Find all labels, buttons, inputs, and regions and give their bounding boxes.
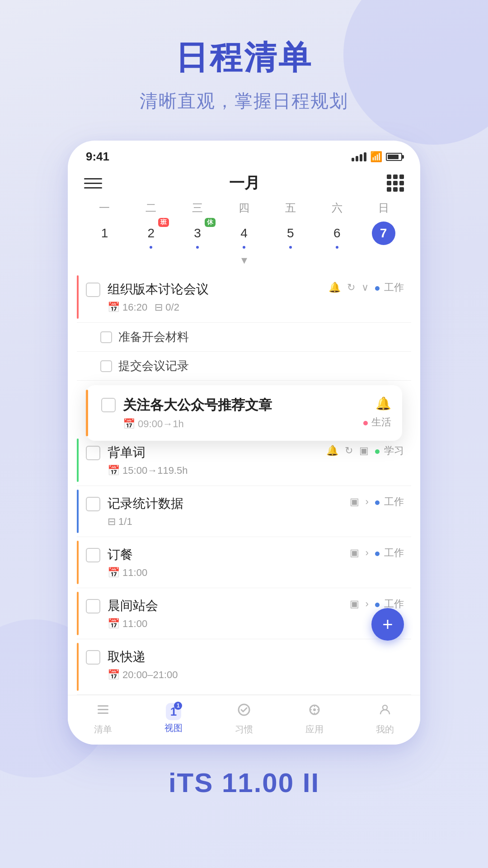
task-meta-7: 📅 20:00–21:00 [108, 669, 404, 681]
task-border-4 [77, 490, 79, 533]
task-content-5: 订餐 📅 11:00 [108, 546, 345, 579]
repeat-icon-1[interactable]: ↻ [347, 282, 355, 293]
floating-card-spacer: 关注各大公众号推荐文章 📅 09:00→1h 🔔 生活 [77, 381, 411, 435]
floating-card[interactable]: 关注各大公众号推荐文章 📅 09:00→1h 🔔 生活 [86, 385, 402, 441]
svg-point-10 [383, 705, 387, 710]
floating-bell-icon[interactable]: 🔔 [375, 396, 391, 411]
calendar-day-6[interactable]: 6 [314, 219, 360, 251]
tag-dot-1 [375, 286, 380, 291]
floating-tag-label: 生活 [371, 416, 391, 428]
nav-label-list: 清单 [94, 723, 112, 736]
floating-card-side: 🔔 生活 [363, 396, 391, 429]
task-item-1[interactable]: 组织版本讨论会议 📅 16:20 ⊟ 0/2 🔔 ↻ ∨ 工作 [77, 272, 411, 323]
task-checkbox-7[interactable] [86, 650, 100, 665]
alarm-icon-3[interactable]: 🔔 [326, 445, 338, 457]
task-actions-3: 🔔 ↻ ▣ 学习 [326, 444, 404, 458]
subtask-checkbox-1[interactable] [100, 331, 112, 343]
task-title-6: 晨间站会 [108, 597, 345, 614]
tag-dot-4 [375, 500, 380, 505]
calendar-day-4[interactable]: 4 [221, 219, 267, 251]
task-title-1: 组织版本讨论会议 [108, 281, 324, 298]
nav-item-apps[interactable]: 应用 [279, 703, 350, 736]
task-content-3: 背单词 📅 15:00→119.5h [108, 444, 322, 476]
arrow-icon-6[interactable]: › [366, 598, 369, 610]
floating-card-content: 关注各大公众号推荐文章 📅 09:00→1h [123, 396, 363, 430]
tag-dot-5 [375, 552, 380, 556]
calendar-day-5[interactable]: 5 [267, 219, 314, 251]
task-checkbox-6[interactable] [86, 599, 100, 613]
floating-card-checkbox[interactable] [101, 398, 116, 412]
note-icon-5[interactable]: ▣ [350, 547, 359, 559]
task-item-4[interactable]: 记录统计数据 ⊟ 1/1 ▣ › 工作 [77, 486, 411, 537]
task-actions-4: ▣ › 工作 [350, 495, 404, 509]
calendar-day-2[interactable]: 2 班 [128, 219, 174, 251]
menu-button[interactable] [84, 178, 102, 189]
nav-label-mine: 我的 [376, 723, 394, 736]
mine-icon [378, 703, 392, 721]
task-content-7: 取快递 📅 20:00–21:00 [108, 648, 404, 681]
task-actions-5: ▣ › 工作 [350, 546, 404, 560]
task-content-1: 组织版本讨论会议 📅 16:20 ⊟ 0/2 [108, 281, 324, 313]
task-meta-4: ⊟ 1/1 [108, 516, 345, 528]
note-icon-3[interactable]: ▣ [359, 445, 369, 457]
task-list: 组织版本讨论会议 📅 16:20 ⊟ 0/2 🔔 ↻ ∨ 工作 准备开会材料 [68, 272, 420, 695]
repeat-icon-3[interactable]: ↻ [345, 445, 353, 457]
view-icon: 1 1 [166, 703, 181, 719]
list-icon [96, 703, 110, 721]
tag-label-3: 学习 [384, 445, 404, 456]
calendar: 一 二 三 四 五 六 日 1 2 班 3 休 [68, 201, 420, 272]
task-actions-6: ▣ › 工作 [350, 597, 404, 611]
view-toggle-button[interactable] [387, 175, 404, 192]
task-checkbox-1[interactable] [86, 283, 100, 297]
note-icon-6[interactable]: ▣ [350, 598, 359, 610]
subtask-item-2[interactable]: 提交会议记录 [77, 352, 411, 381]
wifi-icon: 📶 [370, 151, 382, 163]
arrow-icon-5[interactable]: › [366, 547, 369, 559]
task-item-5[interactable]: 订餐 📅 11:00 ▣ › 工作 [77, 537, 411, 588]
promo-text: iTS 11.00 II [0, 767, 488, 816]
nav-item-habit[interactable]: 习惯 [209, 703, 279, 736]
nav-item-mine[interactable]: 我的 [350, 703, 420, 736]
nav-item-list[interactable]: 清单 [68, 703, 138, 736]
subtask-title-1: 准备开会材料 [118, 329, 189, 345]
nav-label-habit: 习惯 [235, 723, 253, 736]
calendar-expand-button[interactable]: ▾ [81, 253, 407, 267]
app-header: 一月 [68, 168, 420, 201]
calendar-day-3[interactable]: 3 休 [174, 219, 221, 251]
tag-dot-6 [375, 603, 380, 607]
tag-label-1: 工作 [384, 282, 404, 293]
nav-label-apps: 应用 [305, 723, 324, 736]
calendar-day-1[interactable]: 1 [81, 219, 128, 251]
calendar-days-row: 1 2 班 3 休 4 5 [81, 219, 407, 251]
svg-point-5 [313, 708, 316, 711]
subtask-checkbox-2[interactable] [100, 360, 112, 372]
battery-icon [386, 153, 402, 161]
tag-label-5: 工作 [384, 547, 404, 558]
subtask-item-1[interactable]: 准备开会材料 [77, 323, 411, 352]
task-border-1 [77, 275, 79, 319]
add-task-button[interactable]: + [371, 608, 404, 641]
note-icon-4[interactable]: ▣ [350, 496, 359, 508]
phone-mockup: 9:41 📶 一月 一 二 三 [68, 141, 420, 745]
time-display: 9:41 [86, 150, 109, 164]
bottom-nav: 清单 1 1 视图 习惯 [68, 695, 420, 745]
task-item-7[interactable]: 取快递 📅 20:00–21:00 [77, 639, 411, 695]
expand-icon-1[interactable]: ∨ [361, 282, 369, 293]
task-title-3: 背单词 [108, 444, 322, 461]
task-checkbox-5[interactable] [86, 548, 100, 562]
task-item-3[interactable]: 背单词 📅 15:00→119.5h 🔔 ↻ ▣ 学习 [77, 435, 411, 486]
calendar-day-7[interactable]: 7 [360, 219, 407, 251]
arrow-icon-4[interactable]: › [366, 496, 369, 508]
nav-item-view[interactable]: 1 1 视图 [138, 703, 209, 736]
task-title-7: 取快递 [108, 648, 404, 665]
floating-tag-dot [363, 421, 368, 425]
task-item-6[interactable]: 晨间站会 📅 11:00 ▣ › 工作 [77, 588, 411, 639]
svg-rect-0 [98, 705, 108, 707]
task-border-7 [77, 643, 79, 691]
task-checkbox-3[interactable] [86, 446, 100, 460]
task-content-6: 晨间站会 📅 11:00 [108, 597, 345, 630]
apps-icon [307, 703, 322, 721]
alarm-icon-1[interactable]: 🔔 [328, 282, 341, 293]
task-title-4: 记录统计数据 [108, 495, 345, 512]
task-checkbox-4[interactable] [86, 497, 100, 511]
